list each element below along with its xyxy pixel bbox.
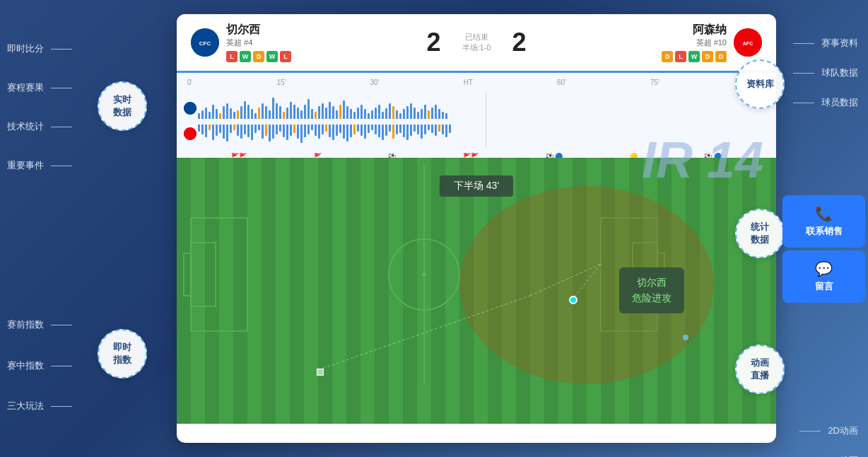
stats-data-badge[interactable]: 统计数据 [735,209,785,258]
sidebar-item-three-plays[interactable]: 三大玩法 [7,400,72,412]
phone-icon: 📞 [815,205,833,222]
timeline-section: 0' 15' 30' HT 60' 75' End91' [177,73,776,158]
stats-data-label: 统计数据 [751,221,769,246]
chat-icon: 💬 [815,260,833,277]
end-position-dot [683,335,688,340]
sidebar-label-tech-stats: 技术统计 [7,120,44,133]
contact-sales-button[interactable]: 📞 联系销售 [782,195,865,248]
arsenal-logo: AFC [734,28,762,57]
home-team-details: 切尔西 英超 #4 L W D W L [226,23,291,62]
sidebar-item-team-data[interactable]: 球队数据 [780,58,868,88]
period-label: 下半场 43' [440,175,513,197]
start-position-dot [317,369,324,376]
sidebar-label-player-data: 球员数据 [821,96,858,109]
sidebar-item-schedule[interactable]: 赛程赛果 [7,81,72,94]
library-badge[interactable]: 资料库 [735,59,785,109]
timeline-label-75: 75' [650,79,659,86]
half-time-score: 半场:1-0 [462,42,491,53]
sidebar-label-pre-match: 赛前指数 [7,318,44,331]
away-form-l1: L [675,51,686,62]
realtime-data-label: 实时数据 [113,93,131,119]
sidebar-label-team-data: 球队数据 [821,66,858,79]
away-team-info: 阿森纳 英超 #10 D L W D D AFC [547,23,762,62]
match-status-label: 已结束 [465,32,488,42]
event-icons-row: 🚩🚩 🚩 ⚽ 🚩🚩 ⚽ 🔵 🟡 ⚽ 🔵 [177,151,776,158]
ball-position-dot [569,296,577,304]
timeline-label-30: 30' [370,79,380,86]
timeline-label-ht: HT [464,79,473,86]
event-icon-6: 🟡 [630,153,638,158]
animation-live-badge[interactable]: 动画直播 [735,345,785,394]
away-form-w1: W [688,51,700,62]
svg-point-5 [184,127,197,140]
contact-sales-label: 联系销售 [806,225,843,238]
pitch-background [177,158,776,424]
sidebar-label-2d: 2D动画 [828,424,858,437]
form-badge-l2: L [280,51,291,62]
away-logo-timeline [184,127,197,140]
realtime-data-badge[interactable]: 实时数据 [98,81,147,131]
event-icon-2: 🚩 [314,153,322,158]
away-form-d2: D [702,51,713,62]
instant-index-badge[interactable]: 即时指数 [98,329,147,378]
timeline-label-60: 60' [557,79,566,86]
message-button[interactable]: 💬 留言 [782,250,865,303]
away-form-badges: D L W D D [662,51,727,62]
tooltip-team: 切尔西 [632,274,671,290]
sidebar-label-key-events: 重要事件 [7,159,44,172]
tooltip-event: 危险进攻 [632,290,671,306]
right-sidebar: 赛事资料 球队数据 球员数据 📞 联系销售 💬 留言 2D动画 3D动画 [780,28,868,457]
sidebar-label-live-index: 赛中指数 [7,359,44,372]
sidebar-item-match-data[interactable]: 赛事资料 [780,28,868,58]
timeline-labels: 0' 15' 30' HT 60' 75' End91' [177,77,776,88]
away-form-d3: D [715,51,727,62]
sidebar-item-3d-animation[interactable]: 3D动画 [780,446,868,457]
away-team-name: 阿森纳 [662,23,727,37]
sidebar-item-pre-match[interactable]: 赛前指数 [7,318,72,331]
away-timeline-bars [198,125,769,147]
match-header: CFC 切尔西 英超 #4 L W D W L 2 已结束 半 [177,14,776,73]
sidebar-label-schedule: 赛程赛果 [7,81,44,94]
svg-point-4 [184,102,197,115]
sidebar-label-three-plays: 三大玩法 [7,400,44,412]
timeline-label-15: 15' [277,79,286,86]
svg-text:AFC: AFC [743,41,753,46]
away-team-details: 阿森纳 英超 #10 D L W D D [662,23,727,62]
form-badge-d1: D [253,51,264,62]
svg-point-12 [422,272,426,277]
event-icon-1: 🚩🚩 [231,153,247,158]
timeline-label-0: 0' [187,79,192,86]
home-form-badges: L W D W L [226,51,291,62]
library-label: 资料库 [746,78,774,91]
home-timeline-bars [198,96,769,119]
sidebar-label-match-data: 赛事资料 [821,37,858,50]
center-card: CFC 切尔西 英超 #4 L W D W L 2 已结束 半 [177,14,776,443]
message-label: 留言 [815,280,833,293]
form-badge-w1: W [240,51,251,62]
ht-line [486,91,486,148]
event-icon-3: ⚽ [388,153,396,158]
sidebar-item-key-events[interactable]: 重要事件 [7,159,72,172]
home-team-info: CFC 切尔西 英超 #4 L W D W L [191,23,406,62]
pitch-area: 下半场 43' 切尔西 危险进攻 [177,158,776,424]
event-icon-7: ⚽ 🔵 [704,153,722,158]
home-team-name: 切尔西 [226,23,291,37]
away-league-badge: 英超 #10 [662,37,727,48]
sidebar-item-2d-animation[interactable]: 2D动画 [780,416,868,446]
svg-text:CFC: CFC [199,40,211,47]
sidebar-item-player-data[interactable]: 球员数据 [780,88,868,117]
chelsea-logo: CFC [191,28,219,57]
home-score: 2 [426,28,440,57]
event-icon-5: ⚽ 🔵 [546,153,563,158]
away-form-d1: D [662,51,673,62]
sidebar-item-tech-stats[interactable]: 技术统计 [7,120,72,133]
attack-tooltip: 切尔西 危险进攻 [619,267,684,313]
sidebar-item-live-index[interactable]: 赛中指数 [7,359,72,372]
event-icon-4: 🚩🚩 [463,153,479,158]
animation-live-label: 动画直播 [751,357,769,382]
left-sidebar: 即时比分 赛程赛果 技术统计 重要事件 赛前指数 赛中指数 三大玩法 [0,28,85,64]
form-badge-l1: L [226,51,237,62]
home-logo-timeline [184,102,197,115]
score-center: 2 已结束 半场:1-0 2 [406,28,547,57]
scores-display: 2 已结束 半场:1-0 2 [426,28,526,57]
